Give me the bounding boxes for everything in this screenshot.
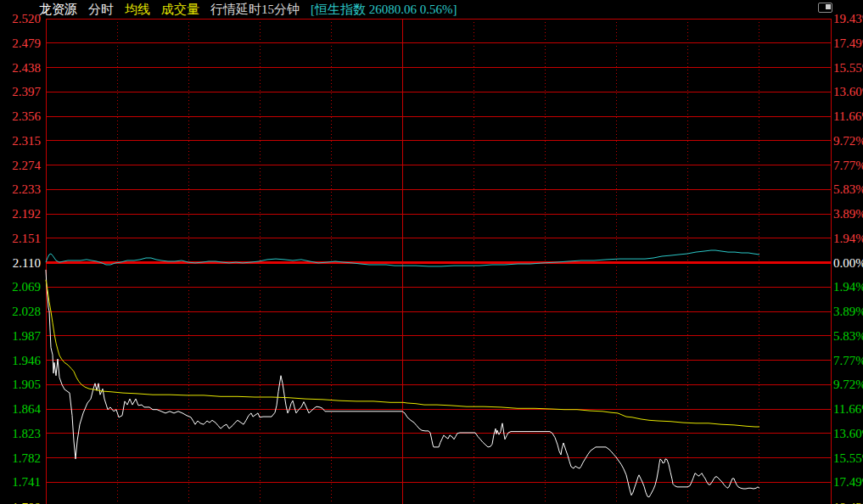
pct-axis-label: 9.72% — [833, 133, 863, 148]
pct-axis-label: 5.83% — [833, 328, 863, 344]
price-axis-label: 1.905 — [0, 377, 41, 392]
price-axis-label: 1.741 — [0, 474, 41, 490]
price-axis-label: 1.864 — [0, 401, 41, 417]
tab-moving-average[interactable]: 均线 — [125, 2, 150, 18]
price-axis-label: 2.192 — [0, 206, 41, 221]
trading-app-window: 龙资源 分时 均线 成交量 行情延时15分钟 [恒生指数 26080.06 0.… — [0, 0, 863, 504]
pct-axis-label: 11.66% — [833, 109, 863, 124]
pct-axis-label: 13.60% — [833, 84, 863, 99]
pct-axis-label: 15.55% — [833, 60, 863, 76]
price-axis-label: 2.438 — [0, 60, 41, 76]
chart-header: 龙资源 分时 均线 成交量 行情延时15分钟 [恒生指数 26080.06 0.… — [39, 1, 468, 18]
pct-axis-label: 17.49% — [833, 36, 863, 51]
pct-axis-label: 3.89% — [833, 206, 863, 221]
price-axis-label: 2.028 — [0, 304, 41, 319]
price-axis-label: 2.479 — [0, 36, 41, 51]
panel-toggle-icon-fill — [826, 4, 831, 9]
price-axis-label: 2.274 — [0, 158, 41, 173]
price-axis-label: 1.987 — [0, 328, 41, 344]
pct-axis-label: 5.83% — [833, 182, 863, 197]
price-axis-label: 2.315 — [0, 133, 41, 148]
panel-toggle-icon[interactable] — [818, 3, 832, 13]
pct-axis-label: 13.60% — [833, 426, 863, 441]
price-axis-label: 2.233 — [0, 182, 41, 197]
pct-axis-label: 1.94% — [833, 279, 863, 294]
tab-intraday[interactable]: 分时 — [88, 2, 114, 18]
price-axis-label: 2.110 — [0, 255, 41, 271]
pct-axis-label: 3.89% — [833, 304, 863, 319]
price-axis-label: 2.356 — [0, 109, 41, 124]
price-axis-label: 2.397 — [0, 84, 41, 99]
delay-notice: 行情延时15分钟 — [210, 2, 300, 18]
pct-axis-label: 19.43% — [833, 11, 863, 26]
hang-seng-index-quote[interactable]: [恒生指数 26080.06 0.56%] — [311, 2, 457, 18]
price-axis-label: 1.946 — [0, 353, 41, 368]
pct-axis-label: 15.55% — [833, 451, 863, 466]
price-axis-label: 2.151 — [0, 231, 41, 246]
pct-axis-label: 0.00% — [833, 255, 863, 271]
price-axis-label: 2.069 — [0, 279, 41, 294]
price-axis-label: 1.782 — [0, 451, 41, 466]
price-axis-label: 2.520 — [0, 11, 41, 26]
pct-axis-label: 17.49% — [833, 474, 863, 490]
stock-name: 龙资源 — [39, 2, 77, 18]
pct-axis-label: 7.77% — [833, 158, 863, 173]
pct-axis-label-partial: 19.43% — [833, 500, 863, 504]
price-axis-label-partial: 1.700 — [0, 500, 41, 504]
intraday-chart-plot[interactable] — [0, 0, 863, 504]
pct-axis-label: 9.72% — [833, 377, 863, 392]
pct-axis-label: 7.77% — [833, 353, 863, 368]
tab-volume[interactable]: 成交量 — [161, 2, 199, 18]
pct-axis-label: 1.94% — [833, 231, 863, 246]
price-axis-label: 1.823 — [0, 426, 41, 441]
pct-axis-label: 11.66% — [833, 401, 863, 417]
